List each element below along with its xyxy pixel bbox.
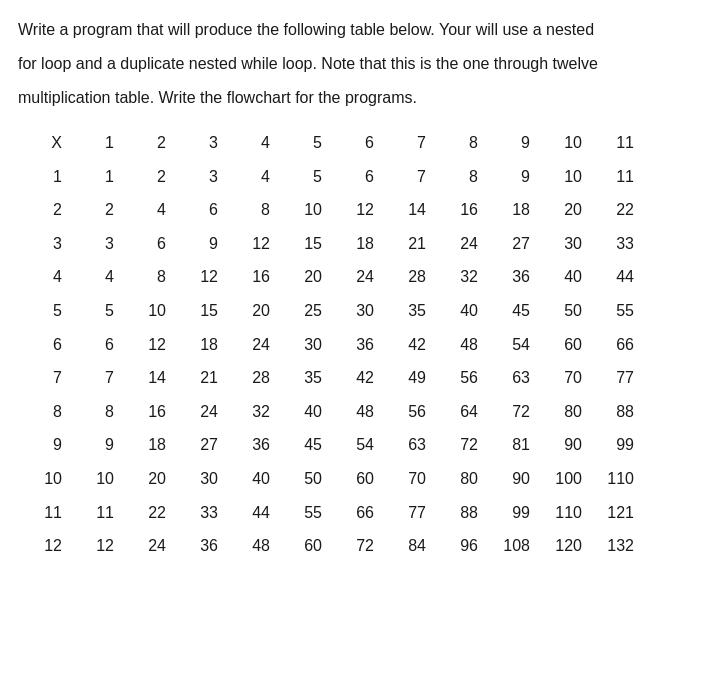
table-cell-0-10: 10	[538, 160, 590, 194]
table-header-cell-6: 6	[330, 126, 382, 160]
table-cell-6-2: 14	[122, 361, 174, 395]
table-cell-11-10: 120	[538, 529, 590, 563]
table-cell-9-4: 40	[226, 462, 278, 496]
table-cell-5-3: 18	[174, 328, 226, 362]
table-cell-11-8: 96	[434, 529, 486, 563]
intro-section: Write a program that will produce the fo…	[18, 18, 702, 110]
table-row: 448121620242832364044	[18, 260, 642, 294]
intro-line1: Write a program that will produce the fo…	[18, 18, 702, 42]
table-cell-8-1: 9	[70, 428, 122, 462]
table-row: 8816243240485664728088	[18, 395, 642, 429]
table-cell-9-10: 100	[538, 462, 590, 496]
table-cell-5-10: 60	[538, 328, 590, 362]
table-cell-7-8: 64	[434, 395, 486, 429]
table-cell-10-1: 11	[70, 496, 122, 530]
table-cell-10-4: 44	[226, 496, 278, 530]
table-cell-5-0: 6	[18, 328, 70, 362]
table-cell-1-5: 10	[278, 193, 330, 227]
table-cell-11-5: 60	[278, 529, 330, 563]
table-cell-1-1: 2	[70, 193, 122, 227]
table-cell-4-8: 40	[434, 294, 486, 328]
table-cell-8-6: 54	[330, 428, 382, 462]
table-cell-0-1: 1	[70, 160, 122, 194]
table-header-cell-10: 10	[538, 126, 590, 160]
table-cell-2-8: 24	[434, 227, 486, 261]
table-header-cell-5: 5	[278, 126, 330, 160]
table-header-cell-9: 9	[486, 126, 538, 160]
multiplication-table: X1234567891011 1123456789101122468101214…	[18, 126, 642, 563]
table-cell-8-0: 9	[18, 428, 70, 462]
table-cell-3-3: 12	[174, 260, 226, 294]
table-header-row: X1234567891011	[18, 126, 642, 160]
table-cell-0-0: 1	[18, 160, 70, 194]
table-cell-3-9: 36	[486, 260, 538, 294]
table-cell-5-11: 66	[590, 328, 642, 362]
table-cell-2-2: 6	[122, 227, 174, 261]
table-cell-1-11: 22	[590, 193, 642, 227]
table-cell-5-7: 42	[382, 328, 434, 362]
table-cell-4-0: 5	[18, 294, 70, 328]
table-cell-4-4: 20	[226, 294, 278, 328]
table-cell-6-6: 42	[330, 361, 382, 395]
table-cell-11-3: 36	[174, 529, 226, 563]
table-cell-9-9: 90	[486, 462, 538, 496]
table-cell-8-11: 99	[590, 428, 642, 462]
table-cell-4-9: 45	[486, 294, 538, 328]
table-cell-6-7: 49	[382, 361, 434, 395]
table-cell-6-1: 7	[70, 361, 122, 395]
table-cell-7-2: 16	[122, 395, 174, 429]
table-header-cell-4: 4	[226, 126, 278, 160]
table-cell-2-11: 33	[590, 227, 642, 261]
table-header-cell-0: X	[18, 126, 70, 160]
table-cell-1-6: 12	[330, 193, 382, 227]
table-cell-1-9: 18	[486, 193, 538, 227]
table-row: 121224364860728496108120132	[18, 529, 642, 563]
table-cell-8-8: 72	[434, 428, 486, 462]
table-cell-7-0: 8	[18, 395, 70, 429]
table-cell-3-10: 40	[538, 260, 590, 294]
table-cell-3-5: 20	[278, 260, 330, 294]
table-cell-10-5: 55	[278, 496, 330, 530]
table-cell-6-9: 63	[486, 361, 538, 395]
table-cell-10-10: 110	[538, 496, 590, 530]
table-cell-7-11: 88	[590, 395, 642, 429]
table-cell-11-1: 12	[70, 529, 122, 563]
table-cell-5-2: 12	[122, 328, 174, 362]
table-cell-2-9: 27	[486, 227, 538, 261]
table-cell-5-1: 6	[70, 328, 122, 362]
table-row: 2246810121416182022	[18, 193, 642, 227]
table-cell-3-1: 4	[70, 260, 122, 294]
table-cell-10-11: 121	[590, 496, 642, 530]
table-cell-8-9: 81	[486, 428, 538, 462]
table-cell-2-1: 3	[70, 227, 122, 261]
table-cell-8-10: 90	[538, 428, 590, 462]
table-cell-3-2: 8	[122, 260, 174, 294]
table-cell-2-7: 21	[382, 227, 434, 261]
table-cell-0-5: 5	[278, 160, 330, 194]
table-cell-6-10: 70	[538, 361, 590, 395]
table-cell-11-6: 72	[330, 529, 382, 563]
table-cell-7-9: 72	[486, 395, 538, 429]
table-cell-9-8: 80	[434, 462, 486, 496]
table-cell-1-8: 16	[434, 193, 486, 227]
table-cell-8-3: 27	[174, 428, 226, 462]
table-cell-8-4: 36	[226, 428, 278, 462]
table-cell-10-8: 88	[434, 496, 486, 530]
table-row: 6612182430364248546066	[18, 328, 642, 362]
table-cell-10-6: 66	[330, 496, 382, 530]
table-cell-4-2: 10	[122, 294, 174, 328]
table-cell-6-0: 7	[18, 361, 70, 395]
table-row: 11112233445566778899110121	[18, 496, 642, 530]
table-cell-4-10: 50	[538, 294, 590, 328]
table-cell-9-7: 70	[382, 462, 434, 496]
table-cell-0-6: 6	[330, 160, 382, 194]
table-cell-1-4: 8	[226, 193, 278, 227]
table-cell-4-3: 15	[174, 294, 226, 328]
table-cell-4-1: 5	[70, 294, 122, 328]
table-cell-11-9: 108	[486, 529, 538, 563]
table-cell-7-6: 48	[330, 395, 382, 429]
table-cell-10-9: 99	[486, 496, 538, 530]
table-cell-9-11: 110	[590, 462, 642, 496]
table-cell-4-5: 25	[278, 294, 330, 328]
table-cell-5-6: 36	[330, 328, 382, 362]
